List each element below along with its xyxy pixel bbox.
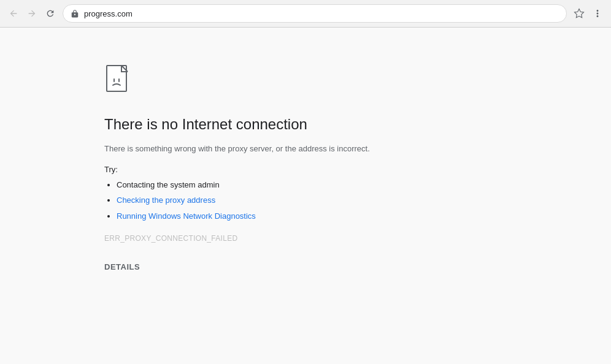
try-item-2-link[interactable]: Checking the proxy address bbox=[117, 195, 215, 205]
error-container: There is no Internet connection There is… bbox=[104, 64, 370, 272]
nav-buttons bbox=[5, 5, 59, 22]
try-item-3-link[interactable]: Running Windows Network Diagnostics bbox=[117, 211, 256, 221]
reload-button[interactable] bbox=[42, 5, 59, 22]
details-button[interactable]: DETAILS bbox=[104, 262, 140, 271]
browser-toolbar: progress.com bbox=[0, 0, 611, 27]
error-code: ERR_PROXY_CONNECTION_FAILED bbox=[104, 234, 370, 243]
address-bar[interactable]: progress.com bbox=[63, 4, 567, 23]
svg-marker-0 bbox=[575, 9, 584, 18]
try-label: Try: bbox=[104, 165, 370, 174]
list-item: Contacting the system admin bbox=[117, 179, 370, 191]
error-icon bbox=[104, 64, 370, 101]
toolbar-actions bbox=[571, 5, 606, 22]
list-item: Running Windows Network Diagnostics bbox=[117, 210, 370, 222]
star-button[interactable] bbox=[571, 5, 588, 22]
menu-button[interactable] bbox=[589, 5, 606, 22]
error-title: There is no Internet connection bbox=[104, 116, 370, 133]
back-button[interactable] bbox=[5, 5, 22, 22]
forward-button[interactable] bbox=[23, 5, 40, 22]
url-text: progress.com bbox=[84, 9, 559, 18]
browser-chrome: progress.com bbox=[0, 0, 611, 28]
try-item-1: Contacting the system admin bbox=[117, 180, 220, 189]
error-description: There is something wrong with the proxy … bbox=[104, 143, 370, 155]
list-item: Checking the proxy address bbox=[117, 194, 370, 207]
page-content: There is no Internet connection There is… bbox=[0, 28, 611, 364]
lock-icon bbox=[71, 9, 79, 18]
try-list: Contacting the system admin Checking the… bbox=[104, 179, 370, 222]
